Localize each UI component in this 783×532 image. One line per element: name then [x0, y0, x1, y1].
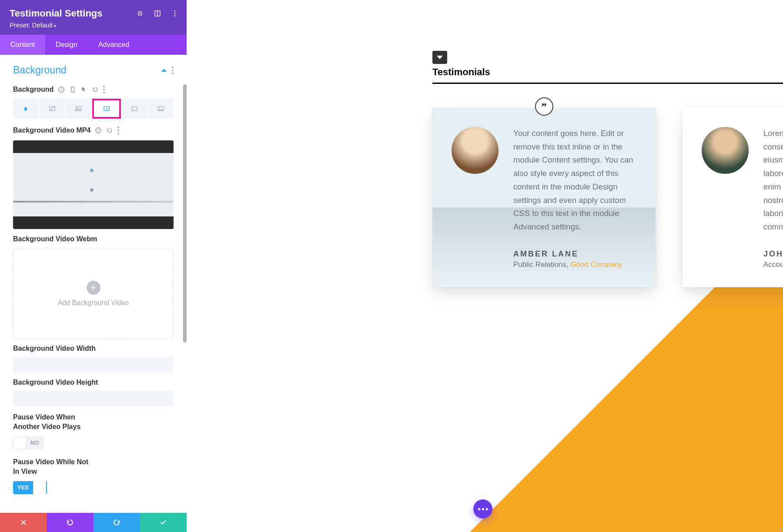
reset-icon[interactable] [106, 127, 113, 134]
panel-body: Background Background ? [0, 55, 187, 513]
testimonial-text[interactable]: Lorem ipsum dolor sit amet, consectetur … [763, 127, 783, 234]
svg-text:?: ? [97, 129, 100, 133]
add-video-text: Add Background Video [58, 299, 129, 307]
svg-point-4 [174, 10, 176, 12]
help-icon[interactable]: ? [95, 127, 102, 134]
pause-view-label: Pause Video While Not In View [13, 457, 91, 477]
settings-panel: Testimonial Settings Preset: Default Con… [0, 0, 187, 532]
pause-other-label: Pause Video When Another Video Plays [13, 412, 100, 432]
discard-button[interactable] [0, 513, 47, 532]
tab-advanced[interactable]: Advanced [88, 35, 140, 55]
svg-point-18 [133, 109, 134, 110]
svg-line-11 [50, 106, 55, 110]
chevron-up-icon[interactable] [161, 69, 167, 72]
expand-icon[interactable] [136, 10, 144, 17]
preview-canvas: Testimonials ” Your content goes here. E… [187, 0, 783, 532]
section-divider [432, 83, 783, 84]
more-icon[interactable] [171, 10, 179, 17]
svg-point-1 [140, 13, 141, 14]
hover-icon[interactable] [80, 86, 87, 93]
testimonial-card[interactable]: ” Your content goes here. Edit or remove… [432, 108, 656, 287]
panel-header: Testimonial Settings Preset: Default [0, 0, 187, 35]
panel-footer [0, 513, 187, 532]
background-type-tabs [13, 99, 174, 119]
pause-view-toggle[interactable]: YES [13, 481, 47, 494]
bg-type-mask[interactable] [148, 99, 174, 119]
video-mp4-preview[interactable] [13, 140, 174, 229]
svg-text:?: ? [60, 88, 63, 92]
settings-tabs: Content Design Advanced [0, 35, 187, 55]
video-height-label: Background Video Height [13, 379, 98, 386]
bg-type-video[interactable] [92, 99, 121, 119]
more-icon[interactable] [117, 126, 119, 134]
svg-point-16 [133, 108, 134, 108]
video-webm-label: Background Video Webm [13, 235, 97, 243]
video-height-input[interactable] [13, 391, 174, 406]
testimonial-role: Public Relations, Good Company [513, 260, 636, 269]
video-width-input[interactable] [13, 357, 174, 372]
svg-rect-9 [71, 87, 74, 92]
preset-dropdown[interactable]: Preset: Default [10, 21, 177, 29]
add-icon: + [87, 281, 100, 295]
tab-design[interactable]: Design [45, 35, 88, 55]
testimonial-author: AMBER LANE [513, 249, 636, 259]
quote-icon: ” [535, 97, 553, 116]
background-label: Background [13, 86, 54, 93]
more-icon[interactable] [172, 66, 174, 74]
testimonial-card[interactable]: ” Lorem ipsum dolor sit amet, consectetu… [683, 108, 783, 287]
undo-button[interactable] [47, 513, 93, 532]
responsive-icon[interactable] [69, 86, 76, 93]
svg-point-19 [135, 109, 135, 110]
section-background-title[interactable]: Background [13, 64, 67, 76]
testimonial-role: Accountant, Good Company [763, 260, 783, 269]
layout-icon[interactable] [154, 10, 161, 17]
pause-other-toggle[interactable]: NO [13, 436, 44, 449]
reset-icon[interactable] [92, 86, 99, 93]
floating-actions-button[interactable] [473, 499, 492, 519]
tab-content[interactable]: Content [0, 35, 45, 55]
svg-point-6 [174, 15, 176, 17]
bg-type-image[interactable] [66, 99, 91, 119]
avatar [452, 127, 499, 174]
testimonial-text[interactable]: Your content goes here. Edit or remove t… [513, 127, 636, 234]
bg-type-pattern[interactable] [122, 99, 147, 119]
video-mp4-label: Background Video MP4 [13, 126, 90, 134]
svg-point-17 [135, 108, 135, 108]
svg-point-5 [174, 13, 176, 14]
bg-type-gradient[interactable] [40, 99, 65, 119]
redo-button[interactable] [94, 513, 140, 532]
video-width-label: Background Video Width [13, 345, 96, 352]
bg-type-color[interactable] [13, 99, 39, 119]
testimonial-author: JOHN SMITH [763, 249, 783, 259]
testimonial-cards: ” Your content goes here. Edit or remove… [432, 108, 783, 287]
add-video-webm-dropzone[interactable]: + Add Background Video [13, 249, 174, 339]
save-button[interactable] [140, 513, 187, 532]
more-icon[interactable] [103, 86, 105, 93]
avatar [702, 127, 749, 174]
svg-rect-15 [132, 106, 137, 110]
resize-handle[interactable] [776, 525, 782, 531]
help-icon[interactable]: ? [58, 86, 65, 93]
section-heading[interactable]: Testimonials [432, 66, 490, 78]
section-collapse-toggle[interactable] [432, 51, 447, 64]
scrollbar[interactable] [183, 84, 187, 342]
